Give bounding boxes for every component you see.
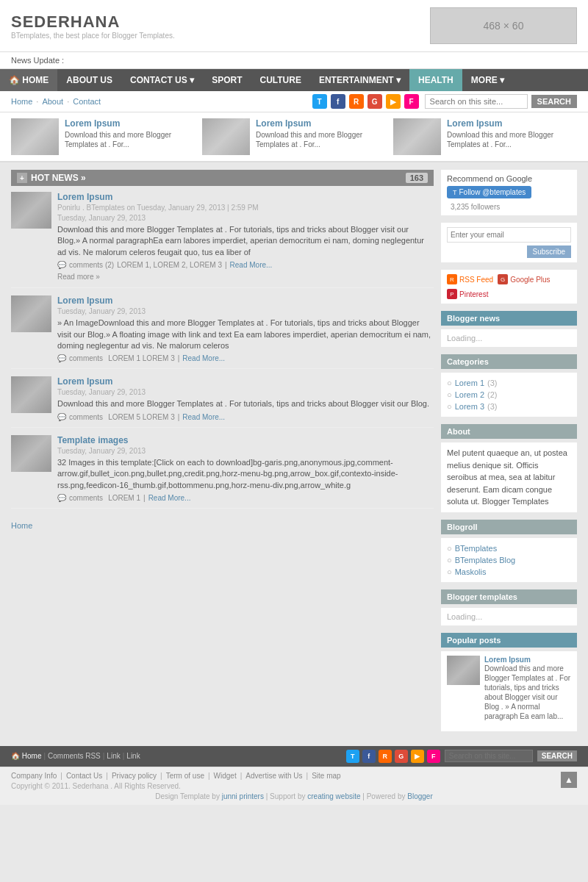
footer-flickr-icon[interactable]: F bbox=[427, 750, 440, 763]
hot-news-add-icon[interactable]: + bbox=[17, 173, 27, 183]
google-plus-btn[interactable]: G Google Plus bbox=[498, 274, 550, 284]
footer-gplus-icon[interactable]: G bbox=[395, 750, 408, 763]
post-meta-1: Ponirlu . BTemplates on Tuesday, January… bbox=[57, 204, 434, 212]
post-title-1[interactable]: Lorem Ipsum bbox=[57, 192, 434, 202]
popular-post-title-1[interactable]: Lorem Ipsum bbox=[484, 656, 571, 664]
blogroll-section: Blogroll ○ BTemplates ○ BTemplates Blog … bbox=[441, 520, 577, 582]
googleplus-icon[interactable]: G bbox=[368, 94, 382, 109]
footer-terms[interactable]: Term of use bbox=[166, 772, 204, 780]
about-header: About bbox=[441, 424, 577, 439]
read-more-4[interactable]: Read More... bbox=[148, 494, 191, 502]
category-name-1[interactable]: Lorem 1 bbox=[455, 379, 484, 387]
category-count-3: (3) bbox=[487, 402, 497, 411]
footer-sitemap[interactable]: Site map bbox=[312, 772, 340, 780]
post-date-2: Tuesday, January 29, 2013 bbox=[57, 307, 434, 315]
breadcrumb-about[interactable]: About bbox=[42, 97, 63, 106]
blogroll-link-3[interactable]: Maskolis bbox=[455, 567, 487, 576]
twitter-follow-btn[interactable]: T Follow @btemplates bbox=[447, 186, 531, 198]
blogroll-item-2: ○ BTemplates Blog bbox=[447, 554, 571, 566]
pinterest-btn[interactable]: P Pinterest bbox=[447, 289, 488, 299]
blogger-templates-header: Blogger templates bbox=[441, 589, 577, 604]
featured-title-3[interactable]: Lorem Ipsum bbox=[447, 118, 577, 129]
footer-company-info[interactable]: Company Info bbox=[11, 772, 57, 780]
featured-title-2[interactable]: Lorem Ipsum bbox=[256, 118, 386, 129]
nav-home[interactable]: 🏠 HOME bbox=[0, 69, 57, 91]
nav-culture[interactable]: CULTURE bbox=[251, 69, 309, 91]
footer-link-2[interactable]: Link bbox=[126, 752, 140, 760]
read-more-3[interactable]: Read More... bbox=[182, 413, 225, 421]
post-title-2[interactable]: Lorem Ipsum bbox=[57, 295, 434, 306]
facebook-icon[interactable]: f bbox=[331, 94, 345, 109]
search-input[interactable] bbox=[425, 94, 528, 109]
email-input[interactable] bbox=[447, 227, 571, 243]
follower-count: 3,235 followers bbox=[451, 203, 500, 211]
blogroll-link-2[interactable]: BTemplates Blog bbox=[455, 556, 516, 564]
blogroll-link-1[interactable]: BTemplates bbox=[455, 544, 497, 553]
footer-link-1[interactable]: Link bbox=[107, 752, 120, 760]
nav-contact[interactable]: CONTACT US ▾ bbox=[121, 69, 203, 91]
category-name-3[interactable]: Lorem 3 bbox=[455, 402, 484, 411]
blogger-templates-section: Blogger templates Loading... bbox=[441, 589, 577, 625]
site-title[interactable]: SEDERHANA bbox=[11, 12, 175, 32]
post-body-4: 32 Images in this template:[Click on eac… bbox=[57, 457, 434, 491]
hot-news-count: 163 bbox=[406, 173, 428, 183]
footer-creating-website[interactable]: creating website bbox=[307, 792, 360, 800]
read-more-2[interactable]: Read More... bbox=[182, 354, 225, 362]
featured-title-1[interactable]: Lorem Ipsum bbox=[65, 118, 195, 129]
post-thumb-3 bbox=[11, 376, 51, 413]
post-tags-3: LOREM 5 LOREM 3 bbox=[108, 413, 175, 421]
categories-section: Categories ○ Lorem 1 (3) ○ Lorem 2 (2) ○… bbox=[441, 354, 577, 417]
flickr-icon[interactable]: F bbox=[404, 94, 419, 109]
post-body-1: Download this and more Blogger Templates… bbox=[57, 224, 434, 258]
category-name-2[interactable]: Lorem 2 bbox=[455, 390, 484, 399]
rss-icon[interactable]: R bbox=[349, 94, 364, 109]
post-thumb-2 bbox=[11, 295, 51, 332]
category-item-3: ○ Lorem 3 (3) bbox=[447, 401, 571, 412]
comment-icon-3: 💬 bbox=[57, 413, 66, 421]
search-button[interactable]: SEARCH bbox=[531, 95, 577, 108]
breadcrumb-home[interactable]: Home bbox=[11, 97, 32, 106]
home-bottom-link[interactable]: Home bbox=[11, 521, 32, 530]
footer-facebook-icon[interactable]: f bbox=[362, 750, 376, 763]
rss-feed-btn[interactable]: R RSS Feed bbox=[447, 274, 493, 284]
footer-twitter-icon[interactable]: T bbox=[346, 750, 359, 763]
youtube-icon[interactable]: ▶ bbox=[386, 94, 401, 109]
footer-search-input[interactable] bbox=[445, 750, 533, 762]
footer-blogger-link[interactable]: Blogger bbox=[407, 792, 432, 800]
subscribe-button[interactable]: Subscribe bbox=[527, 245, 571, 258]
footer-link-comments-rss[interactable]: Comments RSS bbox=[48, 752, 101, 760]
footer-design-author[interactable]: junni printers bbox=[222, 792, 264, 800]
comment-icon-1: 💬 bbox=[57, 261, 66, 269]
social-icons: T f R G ▶ F bbox=[312, 94, 419, 109]
blogroll-header: Blogroll bbox=[441, 520, 577, 534]
comment-icon-4: 💬 bbox=[57, 494, 66, 502]
featured-post-2: Lorem Ipsum Download this and more Blogg… bbox=[202, 118, 386, 155]
email-subscribe-section: Subscribe bbox=[441, 223, 577, 262]
read-more-1[interactable]: Read More... bbox=[230, 261, 273, 269]
footer-contact-us[interactable]: Contact Us bbox=[66, 772, 102, 780]
post-title-3[interactable]: Lorem Ipsum bbox=[57, 376, 434, 387]
post-title-4[interactable]: Template images bbox=[57, 435, 434, 445]
nav-sport[interactable]: SPORT bbox=[203, 69, 251, 91]
read-more-main-1[interactable]: Read more » bbox=[57, 273, 100, 281]
footer-youtube-icon[interactable]: ▶ bbox=[411, 750, 424, 763]
footer-advertise[interactable]: Advertise with Us bbox=[245, 772, 302, 780]
nav-health[interactable]: HEALTH bbox=[409, 69, 462, 91]
footer-widget[interactable]: Widget bbox=[214, 772, 237, 780]
nav-more[interactable]: MORE ▾ bbox=[462, 69, 513, 91]
blogger-news-section: Blogger news Loading... bbox=[441, 311, 577, 347]
footer-rss-icon[interactable]: R bbox=[379, 750, 392, 763]
nav-entertainment[interactable]: ENTERTAINMENT ▾ bbox=[310, 69, 409, 91]
blogroll-item-1: ○ BTemplates bbox=[447, 542, 571, 554]
footer-privacy[interactable]: Privacy policy bbox=[112, 772, 157, 780]
footer-search-button[interactable]: SEARCH bbox=[537, 750, 577, 761]
twitter-icon[interactable]: T bbox=[312, 94, 327, 109]
back-to-top-button[interactable]: ▲ bbox=[561, 772, 577, 788]
hot-news-label: HOT NEWS » bbox=[31, 173, 86, 183]
footer-link-home[interactable]: 🏠 Home bbox=[11, 752, 41, 760]
post-date-4: Tuesday, January 29, 2013 bbox=[57, 447, 434, 455]
featured-desc-1: Download this and more Blogger Templates… bbox=[65, 130, 195, 149]
post-footer-3: 💬 comments LOREM 5 LOREM 3 | Read More..… bbox=[57, 413, 434, 421]
breadcrumb-contact[interactable]: Contact bbox=[73, 97, 101, 106]
nav-about[interactable]: ABOUT US bbox=[57, 69, 121, 91]
